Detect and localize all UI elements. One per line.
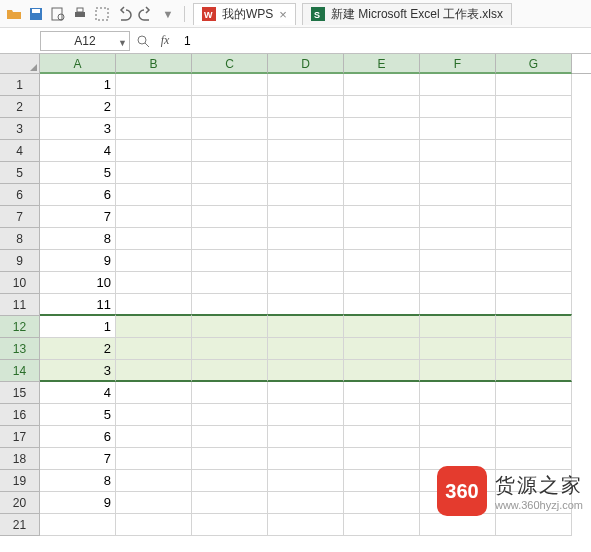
- cell-E6[interactable]: [344, 184, 420, 206]
- cell-E1[interactable]: [344, 74, 420, 96]
- cell-G4[interactable]: [496, 140, 572, 162]
- column-header-D[interactable]: D: [268, 54, 344, 74]
- cell-C19[interactable]: [192, 470, 268, 492]
- cell-B7[interactable]: [116, 206, 192, 228]
- cell-E5[interactable]: [344, 162, 420, 184]
- cell-B13[interactable]: [116, 338, 192, 360]
- cell-B11[interactable]: [116, 294, 192, 316]
- row-header-1[interactable]: 1: [0, 74, 40, 96]
- column-header-A[interactable]: A: [40, 54, 116, 74]
- cell-F2[interactable]: [420, 96, 496, 118]
- cell-A2[interactable]: 2: [40, 96, 116, 118]
- cell-F21[interactable]: [420, 514, 496, 536]
- cell-E18[interactable]: [344, 448, 420, 470]
- cell-G13[interactable]: [496, 338, 572, 360]
- cell-B17[interactable]: [116, 426, 192, 448]
- row-header-3[interactable]: 3: [0, 118, 40, 140]
- print-area-icon[interactable]: [94, 6, 110, 22]
- cell-C20[interactable]: [192, 492, 268, 514]
- cell-B21[interactable]: [116, 514, 192, 536]
- cell-B18[interactable]: [116, 448, 192, 470]
- cell-G3[interactable]: [496, 118, 572, 140]
- cell-C3[interactable]: [192, 118, 268, 140]
- cell-F4[interactable]: [420, 140, 496, 162]
- cell-F16[interactable]: [420, 404, 496, 426]
- cell-D19[interactable]: [268, 470, 344, 492]
- cell-D10[interactable]: [268, 272, 344, 294]
- cell-A19[interactable]: 8: [40, 470, 116, 492]
- row-header-8[interactable]: 8: [0, 228, 40, 250]
- cell-G10[interactable]: [496, 272, 572, 294]
- cell-B15[interactable]: [116, 382, 192, 404]
- cell-E20[interactable]: [344, 492, 420, 514]
- cell-G14[interactable]: [496, 360, 572, 382]
- cell-D1[interactable]: [268, 74, 344, 96]
- cell-C13[interactable]: [192, 338, 268, 360]
- cell-C9[interactable]: [192, 250, 268, 272]
- cell-A11[interactable]: 11: [40, 294, 116, 316]
- row-header-15[interactable]: 15: [0, 382, 40, 404]
- column-header-B[interactable]: B: [116, 54, 192, 74]
- cell-E17[interactable]: [344, 426, 420, 448]
- cell-D21[interactable]: [268, 514, 344, 536]
- cell-E19[interactable]: [344, 470, 420, 492]
- cell-E3[interactable]: [344, 118, 420, 140]
- row-header-19[interactable]: 19: [0, 470, 40, 492]
- cell-C10[interactable]: [192, 272, 268, 294]
- cell-F12[interactable]: [420, 314, 496, 338]
- cell-C7[interactable]: [192, 206, 268, 228]
- preview-icon[interactable]: [50, 6, 66, 22]
- cell-A18[interactable]: 7: [40, 448, 116, 470]
- cell-D8[interactable]: [268, 228, 344, 250]
- cell-E15[interactable]: [344, 382, 420, 404]
- cell-G17[interactable]: [496, 426, 572, 448]
- cell-E8[interactable]: [344, 228, 420, 250]
- row-header-7[interactable]: 7: [0, 206, 40, 228]
- cell-B20[interactable]: [116, 492, 192, 514]
- cell-C17[interactable]: [192, 426, 268, 448]
- cell-G15[interactable]: [496, 382, 572, 404]
- cell-E12[interactable]: [344, 314, 420, 338]
- name-box[interactable]: A12 ▼: [40, 31, 130, 51]
- cell-A16[interactable]: 5: [40, 404, 116, 426]
- print-icon[interactable]: [72, 6, 88, 22]
- cell-F10[interactable]: [420, 272, 496, 294]
- row-header-21[interactable]: 21: [0, 514, 40, 536]
- cell-F5[interactable]: [420, 162, 496, 184]
- cell-E9[interactable]: [344, 250, 420, 272]
- cell-D16[interactable]: [268, 404, 344, 426]
- row-header-11[interactable]: 11: [0, 294, 40, 316]
- cell-F6[interactable]: [420, 184, 496, 206]
- cell-A20[interactable]: 9: [40, 492, 116, 514]
- cell-F7[interactable]: [420, 206, 496, 228]
- column-header-C[interactable]: C: [192, 54, 268, 74]
- cell-B6[interactable]: [116, 184, 192, 206]
- cell-F17[interactable]: [420, 426, 496, 448]
- cell-C14[interactable]: [192, 360, 268, 382]
- cell-D18[interactable]: [268, 448, 344, 470]
- cell-E7[interactable]: [344, 206, 420, 228]
- row-header-5[interactable]: 5: [0, 162, 40, 184]
- cell-B16[interactable]: [116, 404, 192, 426]
- save-icon[interactable]: [28, 6, 44, 22]
- cell-G1[interactable]: [496, 74, 572, 96]
- cell-D5[interactable]: [268, 162, 344, 184]
- cell-B10[interactable]: [116, 272, 192, 294]
- close-icon[interactable]: ×: [279, 7, 287, 22]
- cell-C18[interactable]: [192, 448, 268, 470]
- column-header-G[interactable]: G: [496, 54, 572, 74]
- cell-G12[interactable]: [496, 314, 572, 338]
- cell-A4[interactable]: 4: [40, 140, 116, 162]
- column-header-F[interactable]: F: [420, 54, 496, 74]
- fx-icon[interactable]: fx: [156, 32, 174, 50]
- open-icon[interactable]: [6, 6, 22, 22]
- row-header-20[interactable]: 20: [0, 492, 40, 514]
- cell-C1[interactable]: [192, 74, 268, 96]
- cell-A1[interactable]: 1: [40, 74, 116, 96]
- cell-E21[interactable]: [344, 514, 420, 536]
- row-header-2[interactable]: 2: [0, 96, 40, 118]
- row-header-13[interactable]: 13: [0, 338, 40, 360]
- cell-D3[interactable]: [268, 118, 344, 140]
- cell-C15[interactable]: [192, 382, 268, 404]
- cell-E10[interactable]: [344, 272, 420, 294]
